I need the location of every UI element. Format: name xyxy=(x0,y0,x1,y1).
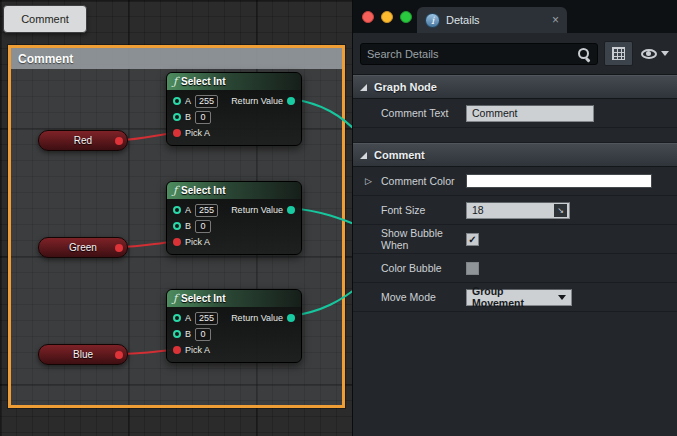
section-title: Graph Node xyxy=(374,81,437,93)
function-icon: ƒ xyxy=(173,75,177,88)
pin-value-a[interactable]: 255 xyxy=(195,312,218,325)
pin-value-a[interactable]: 255 xyxy=(195,95,218,108)
bool-input-pin-pick-a[interactable] xyxy=(173,346,181,354)
row-color-bubble: Color Bubble ✓ xyxy=(353,254,677,283)
node-header[interactable]: ƒ Select Int xyxy=(167,73,301,90)
comment-color-swatch[interactable] xyxy=(466,174,652,188)
property-label: Move Mode xyxy=(381,291,466,303)
variable-node-red[interactable]: Red xyxy=(38,130,128,151)
comment-bubble-text: Comment xyxy=(21,13,69,25)
search-placeholder: Search Details xyxy=(367,48,439,60)
comment-bubble[interactable]: Comment xyxy=(3,5,87,33)
variable-node-blue[interactable]: Blue xyxy=(38,344,128,365)
int-input-pin-a[interactable] xyxy=(173,97,181,105)
show-bubble-when-checkbox[interactable]: ✓ xyxy=(466,233,479,246)
variable-label: Green xyxy=(69,242,97,253)
pin-label-pick-a: Pick A xyxy=(185,237,210,247)
pin-label-pick-a: Pick A xyxy=(185,128,210,138)
pin-label-b: B xyxy=(185,112,191,122)
blueprint-editor: Comment Comment ƒ Select Int A 255 xyxy=(0,0,677,436)
maximize-window-icon[interactable] xyxy=(400,11,412,23)
variable-label: Blue xyxy=(73,349,93,360)
int-input-pin-b[interactable] xyxy=(173,222,181,230)
return-value-pin[interactable] xyxy=(287,206,295,214)
node-title: Select Int xyxy=(181,185,225,196)
tab-close-icon[interactable]: × xyxy=(552,14,559,26)
grid-icon xyxy=(612,47,625,60)
int-input-pin-a[interactable] xyxy=(173,314,181,322)
color-bubble-checkbox[interactable]: ✓ xyxy=(466,262,479,275)
int-input-pin-b[interactable] xyxy=(173,113,181,121)
move-mode-value: Group Movement xyxy=(472,285,558,309)
comment-node-header[interactable]: Comment xyxy=(11,48,342,69)
select-int-node[interactable]: ƒ Select Int A 255 Return Value B 0 xyxy=(166,289,302,363)
pin-value-b[interactable]: 0 xyxy=(195,328,211,341)
pin-value-b[interactable]: 0 xyxy=(195,111,211,124)
window-titlebar[interactable]: i Details × xyxy=(353,0,677,33)
window-controls xyxy=(362,11,412,23)
section-title: Comment xyxy=(374,149,425,161)
section-expanded-icon xyxy=(360,84,367,91)
search-icon xyxy=(577,47,591,61)
bool-input-pin-pick-a[interactable] xyxy=(173,238,181,246)
int-input-pin-a[interactable] xyxy=(173,206,181,214)
variable-label: Red xyxy=(74,135,92,146)
node-header[interactable]: ƒ Select Int xyxy=(167,182,301,199)
section-graph-node[interactable]: Graph Node xyxy=(353,75,677,99)
pin-label-pick-a: Pick A xyxy=(185,345,210,355)
comment-text-input[interactable]: Comment xyxy=(466,105,594,122)
font-size-input[interactable]: 18 ↘ xyxy=(466,202,570,219)
bool-input-pin-pick-a[interactable] xyxy=(173,129,181,137)
close-window-icon[interactable] xyxy=(362,11,374,23)
check-icon: ✓ xyxy=(468,234,476,245)
pin-value-a[interactable]: 255 xyxy=(195,204,218,217)
pin-label-a: A xyxy=(185,96,191,106)
eye-icon xyxy=(641,49,657,59)
function-icon: ƒ xyxy=(173,292,177,305)
view-options-button[interactable] xyxy=(639,49,671,59)
node-header[interactable]: ƒ Select Int xyxy=(167,290,301,307)
property-matrix-button[interactable] xyxy=(604,41,633,66)
property-label: Comment Text xyxy=(381,107,466,119)
variable-node-green[interactable]: Green xyxy=(38,237,128,258)
bool-output-pin[interactable] xyxy=(115,137,123,145)
property-label: Comment Color xyxy=(381,175,466,187)
tab-details[interactable]: i Details × xyxy=(417,7,567,33)
expander-icon[interactable]: ▷ xyxy=(365,177,372,186)
dropdown-arrow-icon xyxy=(558,295,566,300)
property-label: Show Bubble When xyxy=(381,227,466,251)
select-int-node[interactable]: ƒ Select Int A 255 Return Value B 0 xyxy=(166,72,302,146)
row-font-size: Font Size 18 ↘ xyxy=(353,196,677,225)
function-icon: ƒ xyxy=(173,184,177,197)
pin-value-b[interactable]: 0 xyxy=(195,220,211,233)
return-value-pin[interactable] xyxy=(287,97,295,105)
bool-output-pin[interactable] xyxy=(115,244,123,252)
value-drag-handle-icon[interactable]: ↘ xyxy=(554,204,567,217)
row-comment-color: ▷ Comment Color xyxy=(353,167,677,196)
pin-label-b: B xyxy=(185,221,191,231)
return-value-pin[interactable] xyxy=(287,314,295,322)
pin-label-b: B xyxy=(185,329,191,339)
row-comment-text: Comment Text Comment xyxy=(353,99,677,128)
font-size-value: 18 xyxy=(472,204,484,216)
pin-label-a: A xyxy=(185,313,191,323)
move-mode-dropdown[interactable]: Group Movement xyxy=(466,289,572,306)
pin-label-a: A xyxy=(185,205,191,215)
row-move-mode: Move Mode Group Movement xyxy=(353,283,677,312)
select-int-node[interactable]: ƒ Select Int A 255 Return Value B 0 xyxy=(166,181,302,255)
section-expanded-icon xyxy=(360,152,367,159)
property-label: Font Size xyxy=(381,204,466,216)
details-toolbar: Search Details xyxy=(353,33,677,75)
node-title: Select Int xyxy=(181,293,225,304)
comment-node-title: Comment xyxy=(18,52,73,66)
minimize-window-icon[interactable] xyxy=(381,11,393,23)
int-input-pin-b[interactable] xyxy=(173,330,181,338)
section-comment[interactable]: Comment xyxy=(353,143,677,167)
property-label: Color Bubble xyxy=(381,262,466,274)
details-info-icon: i xyxy=(425,13,440,28)
row-show-bubble-when: Show Bubble When ✓ xyxy=(353,225,677,254)
bool-output-pin[interactable] xyxy=(115,351,123,359)
pin-label-return: Return Value xyxy=(231,96,283,106)
pin-label-return: Return Value xyxy=(231,205,283,215)
search-input[interactable]: Search Details xyxy=(360,43,598,65)
